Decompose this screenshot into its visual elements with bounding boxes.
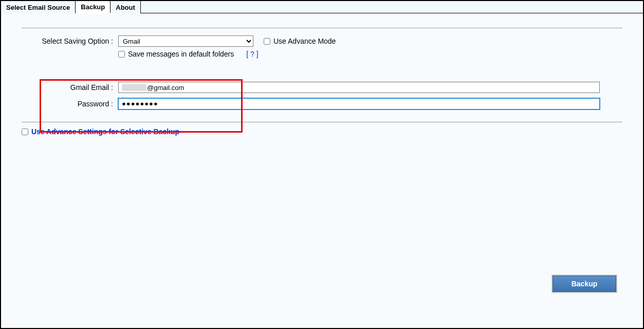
tab-backup[interactable]: Backup	[76, 1, 111, 13]
tab-about[interactable]: About	[111, 1, 141, 13]
advance-mode-checkbox[interactable]	[264, 38, 270, 45]
email-label: Gmail Email :	[22, 83, 118, 92]
password-field[interactable]: ●●●●●●●●	[118, 98, 600, 109]
saving-option-label: Select Saving Option :	[22, 37, 118, 45]
divider-top	[22, 28, 622, 28]
advance-mode-wrap[interactable]: Use Advance Mode	[264, 37, 336, 45]
saving-option-select[interactable]: Gmail	[118, 35, 253, 47]
help-link[interactable]: [ ? ]	[246, 50, 258, 58]
advance-mode-label: Use Advance Mode	[273, 37, 336, 45]
save-default-label: Save messages in default folders	[128, 50, 234, 58]
save-default-wrap[interactable]: Save messages in default folders	[118, 50, 234, 58]
backup-button[interactable]: Backup	[553, 276, 616, 292]
divider-mid	[22, 122, 622, 122]
tab-bar: Select Email Source Backup About	[1, 1, 643, 13]
email-blurred-prefix	[122, 84, 146, 91]
advance-settings-label: Use Advance Settings for Selective Backu…	[31, 127, 179, 136]
backup-panel: Select Saving Option : Gmail Use Advance…	[1, 13, 643, 328]
email-field[interactable]: @gmail.com	[118, 82, 600, 93]
email-suffix: @gmail.com	[147, 84, 184, 92]
save-default-checkbox[interactable]	[118, 51, 125, 58]
password-label: Password :	[22, 100, 118, 108]
tab-select-email-source[interactable]: Select Email Source	[1, 1, 76, 13]
advance-settings-checkbox[interactable]	[22, 129, 28, 135]
